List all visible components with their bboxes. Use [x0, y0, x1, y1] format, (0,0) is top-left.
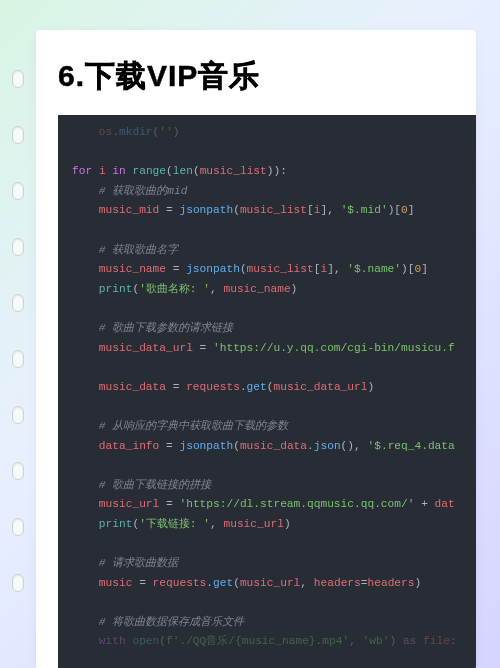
code-block: os.mkdir('') for i in range(len(music_li… [58, 115, 476, 668]
page-title: 6.下载VIP音乐 [36, 30, 476, 115]
hole-icon [12, 126, 24, 144]
code-line: # 获取歌曲名字 [72, 241, 476, 261]
hole-icon [12, 350, 24, 368]
code-line: # 歌曲下载参数的请求链接 [72, 319, 476, 339]
code-line: music_data = requests.get(music_data_url… [72, 378, 476, 398]
code-line [72, 534, 476, 554]
code-line: # 从响应的字典中获取歌曲下载的参数 [72, 417, 476, 437]
code-line: # 获取歌曲的mid [72, 182, 476, 202]
code-line: os.mkdir('') [72, 123, 476, 143]
code-line [72, 299, 476, 319]
code-line: music = requests.get(music_url, headers=… [72, 574, 476, 594]
code-line: print('歌曲名称: ', music_name) [72, 280, 476, 300]
code-line [72, 358, 476, 378]
hole-icon [12, 70, 24, 88]
code-line [72, 143, 476, 163]
code-line: music_url = 'https://dl.stream.qqmusic.q… [72, 495, 476, 515]
hole-icon [12, 462, 24, 480]
code-line: music_data_url = 'https://u.y.qq.com/cgi… [72, 339, 476, 359]
code-line: # 请求歌曲数据 [72, 554, 476, 574]
hole-icon [12, 182, 24, 200]
code-line [72, 456, 476, 476]
hole-icon [12, 406, 24, 424]
code-line: music_name = jsonpath(music_list[i], '$.… [72, 260, 476, 280]
code-line: # 将歌曲数据保存成音乐文件 [72, 613, 476, 633]
code-line [72, 397, 476, 417]
notebook-holes [12, 30, 28, 668]
code-line: with open(f'./QQ音乐/{music_name}.mp4', 'w… [72, 632, 476, 652]
hole-icon [12, 574, 24, 592]
code-line: music_mid = jsonpath(music_list[i], '$.m… [72, 201, 476, 221]
hole-icon [12, 518, 24, 536]
hole-icon [12, 238, 24, 256]
code-line: print('下载链接: ', music_url) [72, 515, 476, 535]
code-line: for i in range(len(music_list)): [72, 162, 476, 182]
notebook-page: 6.下载VIP音乐 os.mkdir('') for i in range(le… [36, 30, 476, 668]
code-line: # 歌曲下载链接的拼接 [72, 476, 476, 496]
hole-icon [12, 294, 24, 312]
code-line: data_info = jsonpath(music_data.json(), … [72, 437, 476, 457]
code-line [72, 221, 476, 241]
code-line [72, 593, 476, 613]
